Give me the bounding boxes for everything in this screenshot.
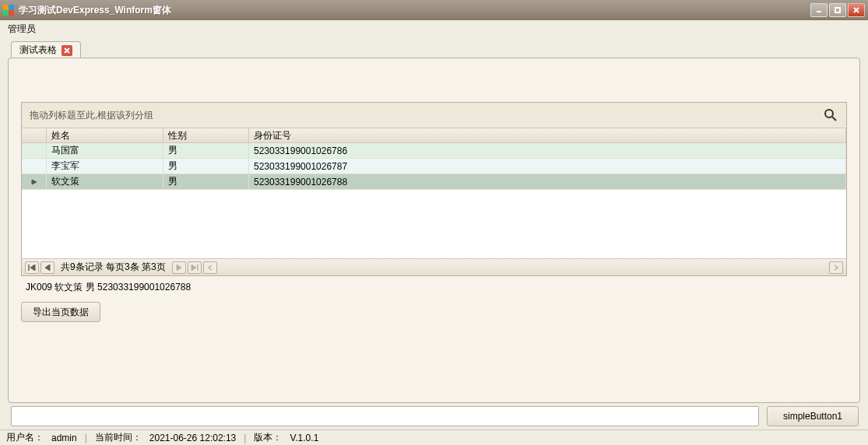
status-user-label: 用户名： bbox=[6, 431, 44, 444]
svg-marker-14 bbox=[30, 265, 35, 271]
minimize-button[interactable] bbox=[810, 3, 828, 17]
table-row[interactable]: 马国富 男 523033199001026786 bbox=[22, 143, 846, 159]
pager-prev-button[interactable] bbox=[40, 261, 54, 274]
pager-scroll-left-button[interactable] bbox=[203, 261, 217, 274]
app-icon bbox=[3, 5, 14, 16]
status-user-value: admin bbox=[51, 433, 77, 443]
grid-rows: 马国富 男 523033199001026786 李宝军 男 523033199… bbox=[22, 143, 846, 258]
separator: | bbox=[85, 433, 87, 443]
window-title: 学习测试DevExpress_Winform窗体 bbox=[19, 4, 810, 17]
cell-name: 软文策 bbox=[47, 174, 163, 189]
svg-marker-12 bbox=[32, 180, 37, 184]
svg-point-10 bbox=[825, 110, 833, 117]
status-time-label: 当前时间： bbox=[95, 431, 142, 444]
status-version-label: 版本： bbox=[254, 431, 282, 444]
column-name[interactable]: 姓名 bbox=[47, 128, 163, 142]
simple-button[interactable]: simpleButton1 bbox=[767, 406, 859, 426]
svg-rect-1 bbox=[9, 5, 14, 10]
maximize-button[interactable] bbox=[829, 3, 846, 17]
cell-name: 李宝军 bbox=[47, 159, 163, 173]
tab-close-icon[interactable] bbox=[61, 45, 72, 56]
menu-bar: 管理员 bbox=[0, 20, 868, 37]
separator: | bbox=[244, 433, 246, 443]
column-idno[interactable]: 身份证号 bbox=[249, 128, 846, 142]
column-sex[interactable]: 性别 bbox=[163, 128, 249, 142]
close-button[interactable] bbox=[848, 3, 865, 17]
pager-last-button[interactable] bbox=[188, 261, 202, 274]
bottom-row: simpleButton1 bbox=[11, 406, 859, 426]
pager-next-button[interactable] bbox=[172, 261, 186, 274]
pager-text: 共9条记录 每页3条 第3页 bbox=[61, 261, 166, 274]
tab-strip: 测试表格 bbox=[0, 37, 868, 58]
status-time-value: 2021-06-26 12:02:13 bbox=[149, 433, 236, 443]
current-row-indicator-icon bbox=[22, 174, 47, 189]
cell-idno: 523033199001026787 bbox=[249, 159, 846, 173]
cell-name: 马国富 bbox=[47, 143, 163, 158]
pager-first-button[interactable] bbox=[25, 261, 39, 274]
group-panel[interactable]: 拖动列标题至此,根据该列分组 bbox=[22, 103, 846, 128]
tab-page: 拖动列标题至此,根据该列分组 姓名 性别 身份证号 马国富 男 52303319… bbox=[8, 58, 860, 403]
cell-sex: 男 bbox=[163, 143, 249, 158]
search-icon[interactable] bbox=[823, 107, 838, 123]
svg-marker-16 bbox=[177, 265, 181, 271]
pager-scroll-right-button[interactable] bbox=[829, 261, 843, 274]
title-bar: 学习测试DevExpress_Winform窗体 bbox=[0, 0, 868, 20]
table-row[interactable]: 软文策 男 523033199001026788 bbox=[22, 174, 846, 190]
cell-sex: 男 bbox=[163, 174, 249, 189]
svg-line-11 bbox=[832, 117, 836, 121]
tab-test-grid[interactable]: 测试表格 bbox=[11, 41, 81, 58]
column-header-row: 姓名 性别 身份证号 bbox=[22, 128, 846, 143]
row-indicator bbox=[22, 143, 47, 158]
row-indicator bbox=[22, 159, 47, 173]
cell-sex: 男 bbox=[163, 159, 249, 173]
svg-marker-17 bbox=[192, 265, 196, 271]
status-version-value: V.1.0.1 bbox=[290, 433, 318, 443]
export-button[interactable]: 导出当页数据 bbox=[21, 302, 100, 322]
svg-rect-5 bbox=[835, 8, 840, 12]
menu-admin[interactable]: 管理员 bbox=[8, 23, 36, 36]
cell-idno: 523033199001026786 bbox=[249, 143, 846, 158]
svg-marker-15 bbox=[45, 265, 50, 271]
grid-empty-area bbox=[22, 190, 846, 258]
status-bar: 用户名： admin | 当前时间： 2021-06-26 12:02:13 |… bbox=[0, 429, 868, 445]
tab-label: 测试表格 bbox=[19, 44, 57, 57]
window-buttons bbox=[810, 3, 865, 17]
detail-line: JK009 软文策 男 523033199001026788 bbox=[26, 281, 847, 294]
column-indicator[interactable] bbox=[22, 128, 47, 142]
pager: 共9条记录 每页3条 第3页 bbox=[22, 258, 846, 275]
bottom-text-input[interactable] bbox=[11, 406, 759, 426]
svg-rect-3 bbox=[9, 10, 14, 16]
cell-idno: 523033199001026788 bbox=[249, 174, 846, 189]
data-grid[interactable]: 拖动列标题至此,根据该列分组 姓名 性别 身份证号 马国富 男 52303319… bbox=[21, 102, 847, 276]
group-hint: 拖动列标题至此,根据该列分组 bbox=[30, 109, 153, 122]
svg-rect-0 bbox=[3, 5, 9, 10]
table-row[interactable]: 李宝军 男 523033199001026787 bbox=[22, 159, 846, 174]
svg-rect-2 bbox=[3, 10, 9, 16]
